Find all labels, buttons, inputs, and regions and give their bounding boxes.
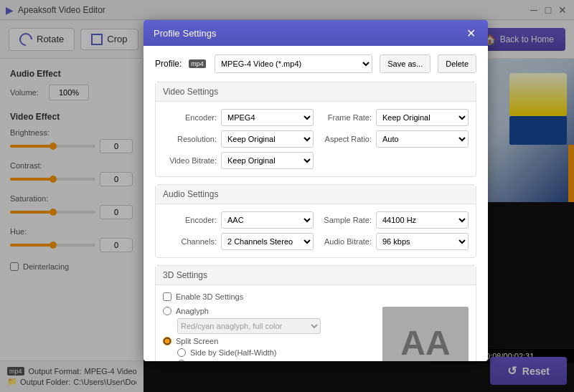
audio-encoder-select[interactable]: AAC [221, 211, 314, 229]
resolution-label: Resolution: [163, 135, 217, 143]
profile-label: Profile: [155, 59, 182, 69]
channels-row: Channels: 2 Channels Stereo [163, 233, 314, 250]
encoder-label: Encoder: [163, 113, 217, 122]
split-screen-label: Split Screen [176, 337, 218, 345]
aspect-ratio-label: Aspect Ratio: [318, 135, 372, 143]
encoder-row: Encoder: MPEG4 [163, 109, 314, 126]
audio-settings-section: Audio Settings Encoder: AAC Sample Rate:… [155, 184, 476, 258]
audio-settings-title: Audio Settings [156, 185, 476, 204]
enable-3d-label: Enable 3D Settings [176, 292, 243, 301]
anaglyph-radio-input[interactable] [163, 307, 171, 315]
anaglyph-label: Anaglyph [176, 307, 209, 315]
threed-settings-section: 3D Settings Enable 3D Settings Anaglyph … [155, 265, 476, 361]
audio-bitrate-label: Audio Bitrate: [318, 237, 372, 246]
sample-rate-label: Sample Rate: [318, 216, 372, 224]
profile-settings-modal: Profile Settings ✕ Profile: mp4 MPEG-4 V… [144, 20, 488, 361]
anaglyph-select[interactable]: Red/cyan anaglyph, full color [177, 318, 321, 334]
channels-label: Channels: [163, 237, 217, 246]
aa-text: AA [400, 323, 450, 362]
profile-mp4-badge: mp4 [189, 59, 206, 68]
aa-preview: AA [382, 307, 469, 361]
frame-rate-row: Frame Rate: Keep Original [318, 109, 469, 126]
save-as-button[interactable]: Save as... [380, 54, 430, 73]
encoder-select[interactable]: MPEG4 [221, 109, 314, 126]
video-bitrate-row: Video Bitrate: Keep Original [163, 152, 314, 169]
aspect-ratio-row: Aspect Ratio: Auto [318, 130, 469, 148]
audio-encoder-row: Encoder: AAC [163, 211, 314, 229]
audio-settings-grid: Encoder: AAC Sample Rate: 44100 Hz Chann… [156, 204, 476, 257]
modal-overlay: Profile Settings ✕ Profile: mp4 MPEG-4 V… [0, 0, 574, 392]
split-screen-radio-input[interactable] [163, 337, 171, 345]
threed-settings-title: 3D Settings [156, 266, 476, 285]
profile-row: Profile: mp4 MPEG-4 Video (*.mp4) Save a… [155, 54, 476, 73]
threed-section: Enable 3D Settings Anaglyph Red/cyan ana… [156, 285, 476, 361]
channels-select[interactable]: 2 Channels Stereo [221, 233, 314, 250]
side-by-side-full-radio[interactable] [177, 360, 186, 361]
sample-rate-select[interactable]: 44100 Hz [376, 211, 469, 229]
video-settings-title: Video Settings [156, 82, 476, 102]
frame-rate-select[interactable]: Keep Original [376, 109, 469, 126]
side-by-side-half-label: Side by Side(Half-Width) [190, 348, 276, 357]
frame-rate-label: Frame Rate: [318, 113, 372, 122]
modal-title: Profile Settings [154, 28, 216, 39]
side-by-side-half-radio[interactable] [177, 348, 186, 357]
resolution-row: Resolution: Keep Original [163, 130, 314, 148]
video-settings-section: Video Settings Encoder: MPEG4 Frame Rate… [155, 82, 476, 177]
audio-bitrate-row: Audio Bitrate: 96 kbps [318, 233, 469, 250]
modal-header: Profile Settings ✕ [144, 20, 488, 46]
enable-3d-checkbox[interactable] [163, 292, 171, 301]
video-bitrate-label: Video Bitrate: [163, 156, 217, 165]
enable-3d-row: Enable 3D Settings [163, 292, 469, 301]
modal-close-button[interactable]: ✕ [464, 26, 478, 40]
profile-select[interactable]: MPEG-4 Video (*.mp4) [215, 54, 372, 73]
aspect-ratio-select[interactable]: Auto [376, 130, 469, 148]
side-by-side-full-label: Side by Side(Full) [190, 360, 253, 361]
delete-button[interactable]: Delete [438, 54, 476, 73]
audio-encoder-label: Encoder: [163, 216, 217, 224]
resolution-select[interactable]: Keep Original [221, 130, 314, 148]
sample-rate-row: Sample Rate: 44100 Hz [318, 211, 469, 229]
audio-bitrate-select[interactable]: 96 kbps [376, 233, 469, 250]
video-settings-grid: Encoder: MPEG4 Frame Rate: Keep Original… [156, 102, 476, 176]
video-bitrate-select[interactable]: Keep Original [221, 152, 314, 169]
modal-body: Profile: mp4 MPEG-4 Video (*.mp4) Save a… [144, 46, 488, 361]
